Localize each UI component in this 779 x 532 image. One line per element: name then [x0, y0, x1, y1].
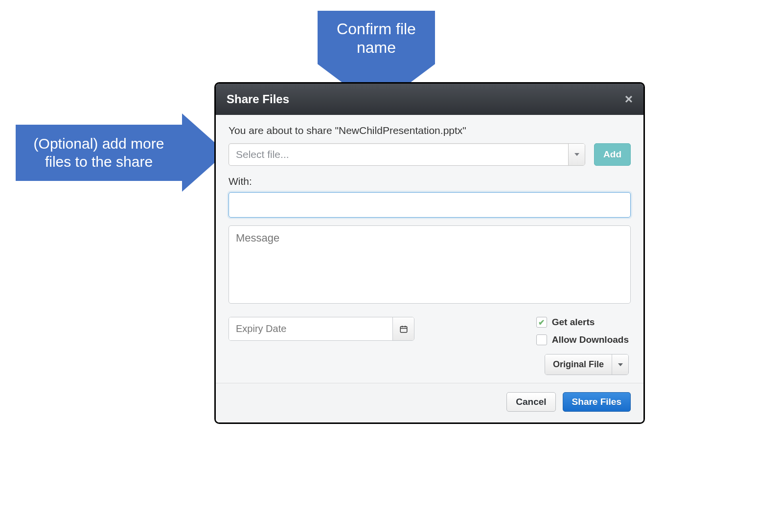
cancel-button[interactable]: Cancel — [506, 392, 555, 412]
with-input[interactable] — [229, 192, 631, 218]
calendar-icon[interactable] — [392, 317, 414, 340]
file-select-dropdown[interactable]: Select file... — [229, 143, 585, 166]
expiry-date-input[interactable] — [229, 317, 392, 340]
get-alerts-label: Get alerts — [552, 317, 595, 328]
allow-downloads-checkbox[interactable]: Allow Downloads — [536, 334, 629, 345]
annotation-left-arrow: (Optional) add more files to the share — [16, 113, 226, 192]
right-options: ✔ Get alerts Allow Downloads Original Fi… — [536, 317, 629, 375]
checkbox-icon — [536, 334, 547, 345]
checkbox-icon: ✔ — [536, 317, 547, 328]
message-textarea[interactable] — [229, 225, 631, 304]
download-type-dropdown[interactable]: Original File — [545, 354, 629, 375]
calendar-svg-icon — [399, 325, 408, 333]
dialog-header: Share Files × — [216, 84, 643, 115]
confirm-suffix: " — [462, 125, 466, 136]
close-icon[interactable]: × — [625, 92, 633, 106]
dialog-footer: Cancel Share Files — [216, 383, 643, 422]
share-files-button[interactable]: Share Files — [563, 392, 631, 412]
file-select-row: Select file... Add — [229, 143, 631, 166]
dialog-title: Share Files — [227, 92, 289, 106]
download-type-label: Original File — [545, 355, 612, 375]
options-row: ✔ Get alerts Allow Downloads Original Fi… — [229, 317, 631, 375]
annotation-left-text: (Optional) add more files to the share — [16, 125, 182, 181]
add-button[interactable]: Add — [594, 143, 631, 166]
chevron-down-icon[interactable] — [568, 144, 585, 165]
with-label: With: — [229, 176, 631, 187]
allow-downloads-label: Allow Downloads — [552, 334, 629, 345]
confirm-file-name: NewChildPresentation.pptx — [339, 125, 462, 136]
share-files-dialog: Share Files × You are about to share "Ne… — [214, 82, 645, 424]
confirm-file-text: You are about to share "NewChildPresenta… — [229, 125, 631, 136]
expiry-date-field[interactable] — [229, 317, 414, 341]
confirm-prefix: You are about to share " — [229, 125, 339, 136]
chevron-down-icon[interactable] — [612, 355, 628, 375]
dialog-body: You are about to share "NewChildPresenta… — [216, 115, 643, 383]
svg-rect-0 — [400, 326, 407, 332]
get-alerts-checkbox[interactable]: ✔ Get alerts — [536, 317, 595, 328]
annotation-top-text: Confirm file name — [318, 11, 435, 64]
file-select-placeholder: Select file... — [229, 144, 568, 165]
